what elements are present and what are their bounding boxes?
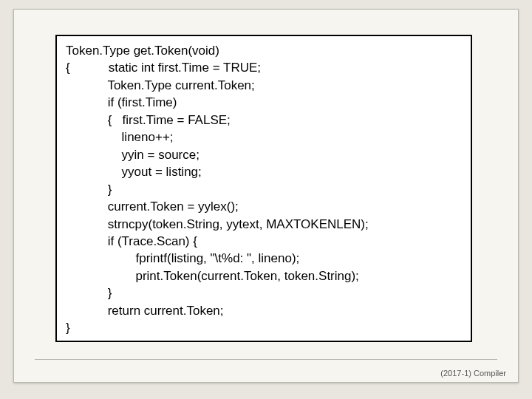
code-line: print.Token(current.Token, token.String)…	[135, 269, 358, 283]
code-line: strncpy(token.String, yytext, MAXTOKENLE…	[108, 217, 369, 231]
slide: Token.Type get.Token(void) { static int …	[0, 0, 532, 399]
slide-card: Token.Type get.Token(void) { static int …	[13, 9, 519, 383]
code-line: lineno++;	[122, 130, 174, 144]
code-line: Token.Type get.Token(void)	[66, 44, 219, 58]
code-line: }	[108, 286, 112, 300]
code-line: static int first.Time = TRUE;	[109, 61, 261, 75]
code-line: }	[108, 183, 112, 197]
code-line: if (first.Time)	[108, 95, 177, 109]
code-line: yyout = listing;	[122, 165, 202, 179]
code-line: Token.Type current.Token;	[107, 78, 254, 92]
code-line: { first.Time = FALSE;	[108, 113, 231, 127]
code-line: current.Token = yylex();	[108, 200, 239, 214]
code-line: }	[66, 321, 70, 335]
code-line: if (Trace.Scan) {	[108, 234, 197, 248]
code-line: fprintf(listing, "\t%d: ", lineno);	[135, 251, 299, 265]
code-line: {	[66, 61, 70, 75]
footer-label: (2017-1) Compiler	[440, 369, 506, 378]
divider-line	[35, 359, 497, 360]
code-line: return current.Token;	[108, 304, 224, 318]
code-line: yyin = source;	[122, 148, 200, 162]
code-block: Token.Type get.Token(void) { static int …	[66, 42, 462, 337]
code-box: Token.Type get.Token(void) { static int …	[55, 35, 472, 342]
